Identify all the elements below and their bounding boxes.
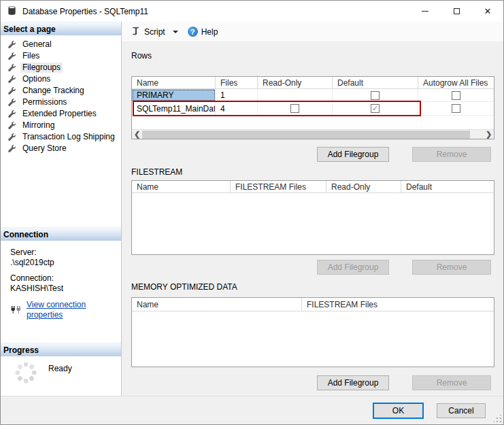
wrench-icon <box>7 133 16 141</box>
cell-read-only <box>258 102 333 115</box>
cell-files[interactable]: 1 <box>216 89 258 101</box>
column-header-name: Name <box>132 298 302 311</box>
sidebar-item-label: Options <box>20 74 52 84</box>
column-header-default: Default <box>401 181 494 192</box>
title-bar: Database Properties - SQLTemp11 ✕ <box>1 1 503 22</box>
sidebar-item-label: Query Store <box>20 143 69 154</box>
cell-default <box>333 89 418 101</box>
column-header-name: Name <box>132 77 216 88</box>
minimize-icon <box>422 11 429 12</box>
sidebar-item-label: Files <box>20 51 41 61</box>
filestream-grid: Name FILESTREAM Files Read-Only Default <box>131 180 494 255</box>
table-row-primary[interactable]: PRIMARY 1 <box>132 89 494 102</box>
cancel-button[interactable]: Cancel <box>437 403 486 418</box>
scrollbar-thumb[interactable] <box>142 131 470 139</box>
maximize-icon <box>454 8 460 14</box>
sidebar-item-options[interactable]: Options <box>1 73 121 85</box>
help-button[interactable]: ? Help <box>185 24 221 39</box>
sidebar-item-query-store[interactable]: Query Store <box>1 143 121 154</box>
progress-status: Ready <box>48 364 72 373</box>
wrench-icon <box>7 109 16 118</box>
sidebar-item-label: Filegroups <box>20 63 63 73</box>
sidebar-item-label: Mirroring <box>20 120 56 131</box>
scroll-right-icon[interactable]: ❯ <box>484 130 494 139</box>
column-header-filestream-files: FILESTREAM Files <box>231 181 326 192</box>
chevron-down-icon[interactable] <box>173 31 178 33</box>
column-header-files: Files <box>216 77 258 88</box>
memory-grid-header: Name FILESTREAM Files <box>132 298 494 311</box>
remove-button[interactable]: Remove <box>412 375 491 390</box>
main-panel: Script ? Help Rows Name Files Read-Only … <box>122 22 503 396</box>
database-properties-dialog: Database Properties - SQLTemp11 ✕ Select… <box>0 0 504 425</box>
cell-files[interactable]: 4 <box>216 102 258 115</box>
wrench-icon <box>7 86 16 95</box>
sidebar-item-change-tracking[interactable]: Change Tracking <box>1 85 121 97</box>
column-header-default: Default <box>333 77 418 88</box>
default-checkbox[interactable] <box>371 104 380 113</box>
minimize-button[interactable] <box>409 1 441 22</box>
wrench-icon <box>7 75 16 84</box>
column-header-autogrow: Autogrow All Files <box>418 77 494 88</box>
close-icon: ✕ <box>484 7 492 16</box>
sidebar-item-transaction-log-shipping[interactable]: Transaction Log Shipping <box>1 131 121 143</box>
sidebar-item-permissions[interactable]: Permissions <box>1 97 121 108</box>
wrench-icon <box>7 40 16 49</box>
server-label: Server: <box>10 248 117 258</box>
help-button-label: Help <box>201 27 218 37</box>
dialog-footer: OK Cancel <box>1 396 503 424</box>
connection-value: KASHISH\Test <box>10 284 117 294</box>
scroll-left-icon[interactable]: ❮ <box>132 130 142 139</box>
column-header-filestream-files: FILESTREAM Files <box>302 298 494 311</box>
sidebar-item-general[interactable]: General <box>1 39 121 50</box>
rows-grid-header: Name Files Read-Only Default Autogrow Al… <box>132 77 494 89</box>
resize-grip-icon[interactable] <box>494 415 502 423</box>
script-button[interactable]: Script <box>128 24 168 40</box>
cell-name[interactable]: SQLTemp11_MainData <box>132 102 216 115</box>
view-connection-properties-link[interactable]: View connection properties <box>27 300 117 320</box>
column-header-read-only: Read-Only <box>326 181 401 192</box>
grid-empty-area <box>132 193 494 254</box>
remove-button[interactable]: Remove <box>412 147 491 162</box>
wrench-icon <box>7 63 16 72</box>
add-filegroup-button[interactable]: Add Filegroup <box>317 375 389 390</box>
grid-empty-area <box>132 311 494 367</box>
filestream-grid-header: Name FILESTREAM Files Read-Only Default <box>132 181 494 193</box>
cell-name[interactable]: PRIMARY <box>132 89 216 101</box>
select-a-page-header: Select a page <box>1 22 121 35</box>
connection-properties-icon <box>10 305 22 315</box>
sidebar-item-filegroups[interactable]: Filegroups <box>1 62 121 73</box>
memory-optimized-grid: Name FILESTREAM Files <box>131 297 494 367</box>
sidebar-item-label: Extended Properties <box>20 109 99 119</box>
memory-optimized-section-label: MEMORY OPTIMIZED DATA <box>131 282 494 292</box>
ok-button[interactable]: OK <box>373 403 424 419</box>
cell-autogrow <box>418 102 494 115</box>
script-button-label: Script <box>144 27 165 37</box>
window-title: Database Properties - SQLTemp11 <box>22 7 409 16</box>
progress-spinner-icon <box>15 362 37 384</box>
cell-read-only-empty <box>258 89 333 101</box>
wrench-icon <box>7 98 16 107</box>
sidebar-item-label: General <box>20 39 54 50</box>
connection-header: Connection <box>1 227 121 241</box>
grid-empty-area <box>132 116 494 129</box>
sidebar-item-mirroring[interactable]: Mirroring <box>1 120 121 131</box>
filestream-section-label: FILESTREAM <box>131 167 494 177</box>
sidebar-item-extended-properties[interactable]: Extended Properties <box>1 108 121 120</box>
autogrow-checkbox[interactable] <box>452 104 460 113</box>
read-only-checkbox[interactable] <box>290 104 299 113</box>
rows-section-label: Rows <box>131 51 494 61</box>
connection-label: Connection: <box>10 273 117 284</box>
cell-autogrow <box>418 89 494 101</box>
horizontal-scrollbar[interactable]: ❮ ❯ <box>132 129 494 139</box>
close-button[interactable]: ✕ <box>472 1 503 22</box>
script-icon <box>131 26 141 38</box>
add-filegroup-button[interactable]: Add Filegroup <box>317 147 389 162</box>
remove-button[interactable]: Remove <box>412 260 491 275</box>
progress-header: Progress <box>1 343 121 356</box>
sidebar-item-files[interactable]: Files <box>1 50 121 62</box>
maximize-button[interactable] <box>441 1 472 22</box>
add-filegroup-button[interactable]: Add Filegroup <box>317 260 389 275</box>
autogrow-checkbox[interactable] <box>452 91 460 100</box>
default-checkbox[interactable] <box>371 91 380 100</box>
table-row-sqltemp11-maindata[interactable]: SQLTemp11_MainData 4 <box>132 102 494 116</box>
